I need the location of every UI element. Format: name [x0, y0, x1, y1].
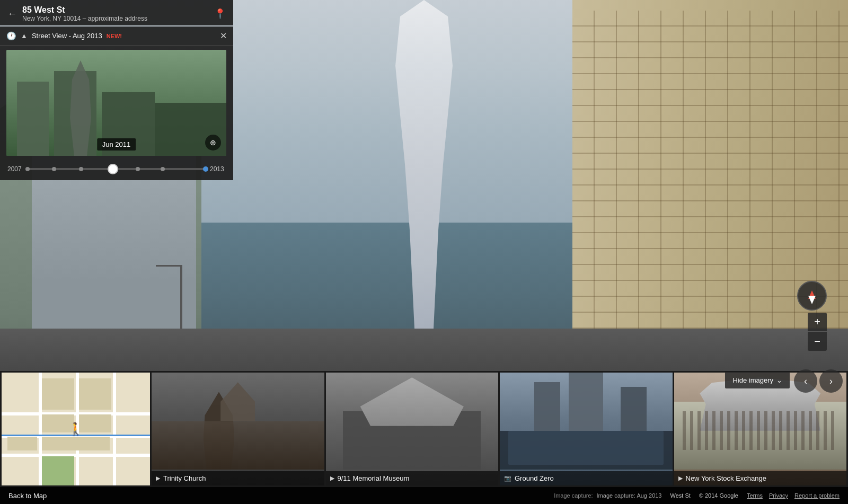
timeline-start-year: 2007	[7, 165, 23, 173]
thumbnail-ground-zero[interactable]: 📷 Ground Zero	[500, 373, 673, 485]
map-person-marker: 🚶	[68, 422, 84, 437]
streetview-panel: 🕐 ▲ Street View - Aug 2013 NEW! ✕ Jun 20…	[0, 26, 233, 180]
timeline-dot-3[interactable]	[79, 167, 83, 171]
pin-icon[interactable]: 📍	[214, 8, 226, 20]
footer-links: Terms Privacy Report a problem	[747, 492, 840, 499]
hide-imagery-label: Hide imagery	[732, 376, 773, 384]
expand-icon[interactable]: ▲	[21, 32, 28, 40]
thumbnail-row: 🚶 ▶ Trinity Church ▶ 9/11 Memorial Museu…	[0, 371, 848, 487]
zoom-controls: + −	[808, 313, 827, 351]
bottom-strip: 🚶 ▶ Trinity Church ▶ 9/11 Memorial Museu…	[0, 371, 848, 504]
hide-imagery-button[interactable]: Hide imagery ⌄	[725, 372, 790, 388]
map-block-6	[42, 437, 110, 450]
map-park	[42, 456, 75, 485]
sv-header: 🕐 ▲ Street View - Aug 2013 NEW! ✕	[0, 26, 233, 46]
timeline-end-year: 2013	[210, 165, 226, 173]
thumbnail-zoom-button[interactable]: ⊕	[205, 135, 221, 151]
address-header: ← 85 West St New York, NY 10014 – approx…	[0, 0, 233, 25]
thumbnail-911-memorial[interactable]: ▶ 9/11 Memorial Museum	[326, 373, 499, 485]
address-info: 85 West St New York, NY 10014 – approxim…	[22, 5, 214, 22]
map-block-2	[79, 378, 112, 410]
thumb-nyse-icon: ▶	[678, 475, 683, 482]
footer-copyright: © 2014 Google	[699, 492, 738, 499]
footer-street: West St	[670, 492, 691, 499]
footer-info: Image capture: Image capture: Aug 2013 W…	[554, 492, 840, 499]
timeline-dot-5[interactable]	[136, 167, 140, 171]
back-to-map-button[interactable]: Back to Map	[8, 492, 47, 500]
compass-needle	[807, 290, 817, 301]
thumb-church-text: Trinity Church	[163, 474, 206, 482]
hide-chevron-icon: ⌄	[776, 376, 782, 384]
thumb-gzero-icon: 📷	[504, 475, 511, 482]
back-navigation-arrow[interactable]: ←	[7, 8, 17, 20]
timeline-dot-6[interactable]	[161, 167, 165, 171]
nav-left-arrow[interactable]: ‹	[794, 369, 817, 393]
thumbnail-memorial-bg	[326, 373, 499, 470]
timeline-track[interactable]	[28, 168, 206, 170]
capture-label: Image capture:	[554, 492, 593, 499]
capture-date: Image capture: Aug 2013	[597, 492, 662, 499]
thumbnail-trinity-church[interactable]: ▶ Trinity Church	[152, 373, 324, 485]
report-link[interactable]: Report a problem	[794, 492, 840, 499]
sv-header-label: Street View - Aug 2013	[32, 32, 102, 40]
thumbnail-church-bg	[152, 373, 324, 470]
compass-south	[808, 296, 816, 304]
thumb-church-icon: ▶	[156, 475, 160, 482]
privacy-link[interactable]: Privacy	[769, 492, 788, 499]
zoom-in-button[interactable]: +	[808, 313, 827, 332]
map-road-v3	[113, 373, 116, 485]
timeline-dot-1[interactable]	[25, 167, 30, 171]
timeline-dot-2[interactable]	[52, 167, 56, 171]
street-ground	[0, 329, 848, 371]
clock-icon: 🕐	[6, 31, 16, 41]
address-title: 85 West St	[22, 5, 214, 15]
sv-thumbnail-preview[interactable]: Jun 2011 ⊕	[6, 50, 226, 156]
street-lamp	[180, 265, 182, 329]
image-capture-info: Image capture: Image capture: Aug 2013	[554, 492, 661, 499]
thumb-nyse-text: New York Stock Exchange	[686, 474, 766, 482]
terms-link[interactable]: Terms	[747, 492, 763, 499]
timeline-dot-active[interactable]	[108, 164, 118, 174]
zoom-out-button[interactable]: −	[808, 332, 827, 351]
map-thumbnail[interactable]: 🚶	[2, 373, 150, 485]
footer-bar: Back to Map Image capture: Image capture…	[0, 487, 848, 504]
thumbnail-gzero-bg	[500, 373, 673, 470]
thumb-memorial-icon: ▶	[330, 475, 334, 482]
thumbnail-gzero-label: 📷 Ground Zero	[500, 471, 673, 485]
sv-title: 🕐 ▲ Street View - Aug 2013 NEW!	[6, 31, 220, 41]
thumb-memorial-text: 9/11 Memorial Museum	[338, 474, 410, 482]
navigation-arrows: ‹ ›	[794, 369, 843, 393]
nav-right-arrow[interactable]: ›	[819, 369, 843, 393]
thumbnail-date-label: Jun 2011	[97, 138, 136, 151]
building-right	[572, 0, 848, 371]
map-block-1	[42, 378, 75, 410]
thumb-gzero-text: Ground Zero	[515, 474, 554, 482]
thumbnail-church-label: ▶ Trinity Church	[152, 471, 324, 485]
timeline-row: 2007 2013	[0, 160, 233, 180]
timeline-dot-current[interactable]	[203, 166, 208, 172]
address-panel: ← 85 West St New York, NY 10014 – approx…	[0, 0, 233, 25]
thumbnail-nyse-label: ▶ New York Stock Exchange	[674, 471, 847, 485]
sv-close-button[interactable]: ✕	[220, 31, 227, 41]
compass[interactable]	[797, 281, 827, 311]
map-block-5	[7, 437, 37, 450]
thumbnail-memorial-label: ▶ 9/11 Memorial Museum	[326, 471, 499, 485]
address-subtitle: New York, NY 10014 – approximate address	[22, 15, 214, 22]
new-badge: NEW!	[107, 33, 122, 39]
